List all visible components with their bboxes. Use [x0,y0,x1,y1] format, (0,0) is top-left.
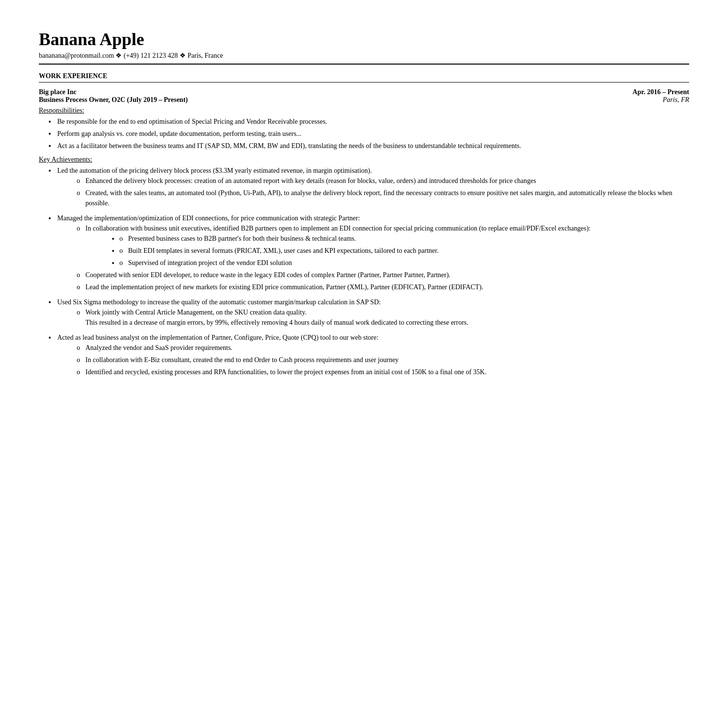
achievement-1-sub-2: Created, with the sales teams, an automa… [77,188,689,208]
work-experience-section: WORK EXPERIENCE Big place Inc Business P… [39,72,689,377]
job-right-1: Apr. 2016 – Present Paris, FR [582,88,689,104]
responsibility-3: Act as a facilitator between the busines… [49,141,689,151]
separator1: ❖ [116,52,124,59]
achievement-4-sub-1: Analyzed the vendor and SaaS provider re… [77,343,689,353]
dot-2: Built EDI templates in several formats (… [119,246,689,256]
dot-1: Presented business cases to B2B partner'… [119,233,689,244]
achievement-1-sub-list: Enhanced the delivery block processes: c… [57,176,689,208]
achievement-2-sub-list: In collaboration with business unit exec… [57,223,689,292]
separator2: ❖ [180,52,188,59]
achievement-2-sub-2: Cooperated with senior EDI developer, to… [77,270,689,280]
resume-header: Banana Apple bananana@protonmail.com ❖ (… [39,29,689,65]
achievement-4-sub-list: Analyzed the vendor and SaaS provider re… [57,343,689,377]
candidate-name: Banana Apple [39,29,689,50]
achievement-2-sub-1-dots: Presented business cases to B2B partner'… [85,233,689,268]
achievement-4-sub-2: In collaboration with E-Biz consultant, … [77,355,689,365]
job-left-1: Big place Inc Business Process Owner, O2… [39,88,582,106]
achievement-3-sub-1: Work jointly with Central Article Manage… [77,307,689,328]
achievement-1-sub-1: Enhanced the delivery block processes: c… [77,176,689,186]
achievement-4-main: Acted as lead business analyst on the im… [49,332,689,377]
achievement-1-main-list: Led the automation of the pricing delive… [39,165,689,208]
responsibility-2: Perform gap analysis vs. core model, upd… [49,129,689,139]
phone: (+49) 121 2123 428 [124,52,178,59]
section-title-work-experience: WORK EXPERIENCE [39,72,689,83]
achievement-2-sub-1: In collaboration with business unit exec… [77,223,689,268]
achievement-1-main: Led the automation of the pricing delive… [49,165,689,208]
achievement-2-main-list: Managed the implementation/optimization … [39,213,689,292]
job-location-1: Paris, FR [582,96,689,104]
achievement-2-sub-3: Lead the implementation project of new m… [77,282,689,292]
achievement-3-main: Used Six Sigma methodology to increase t… [49,297,689,328]
email: bananana@protonmail.com [39,52,114,59]
dot-3: Supervised of integration project of the… [119,258,689,268]
achievement-3-main-list: Used Six Sigma methodology to increase t… [39,297,689,328]
job-header-1: Big place Inc Business Process Owner, O2… [39,88,689,106]
job-title-1: Business Process Owner, O2C (July 2019 –… [39,96,582,104]
key-achievements-label: Key Achievements: [39,156,689,164]
achievement-4-main-list: Acted as lead business analyst on the im… [39,332,689,377]
achievement-2-main: Managed the implementation/optimization … [49,213,689,292]
responsibilities-list: Be responsible for the end to end optimi… [39,116,689,151]
responsibility-1: Be responsible for the end to end optimi… [49,116,689,127]
achievement-3-sub-list: Work jointly with Central Article Manage… [57,307,689,328]
header-divider [39,64,689,65]
job-entry-1: Big place Inc Business Process Owner, O2… [39,88,689,377]
job-company-1: Big place Inc [39,88,582,96]
responsibilities-label: Responsibilities: [39,107,689,115]
contact-info: bananana@protonmail.com ❖ (+49) 121 2123… [39,51,689,60]
achievement-4-sub-3: Identified and recycled, existing proces… [77,367,689,377]
job-dates-1: Apr. 2016 – Present [582,88,689,96]
location: Paris, France [188,52,223,59]
